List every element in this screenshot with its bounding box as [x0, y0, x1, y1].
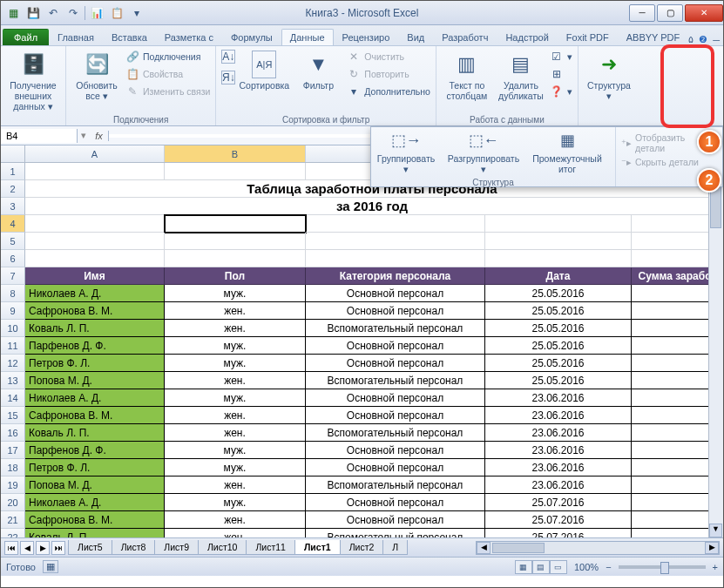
- cell[interactable]: муж.: [165, 494, 306, 511]
- text-to-columns-button[interactable]: ▥ Текст по столбцам: [442, 49, 492, 103]
- group-button[interactable]: ⬚→ Группировать ▾: [371, 127, 441, 176]
- row-header[interactable]: 14: [1, 389, 25, 407]
- cell[interactable]: Коваль Л. П.: [25, 424, 165, 442]
- cell[interactable]: муж.: [165, 355, 306, 372]
- row-header[interactable]: 3: [1, 198, 25, 215]
- cell[interactable]: 23.06.2016: [485, 389, 632, 407]
- row-header[interactable]: 8: [1, 285, 25, 302]
- cell[interactable]: Николаев А. Д.: [25, 389, 165, 407]
- cell[interactable]: Основной персонал: [306, 302, 485, 320]
- cell[interactable]: 1: [632, 511, 719, 529]
- sheet-nav-prev[interactable]: ◀: [20, 541, 34, 555]
- structure-button[interactable]: ➜ Структура ▾: [584, 49, 634, 103]
- hscroll-thumb[interactable]: [492, 543, 545, 553]
- maximize-button[interactable]: ▢: [657, 4, 683, 22]
- row-header[interactable]: 9: [1, 302, 25, 320]
- cell[interactable]: Основной персонал: [306, 337, 485, 355]
- undo-button[interactable]: ↶: [44, 4, 62, 22]
- cell[interactable]: 23.06.2016: [485, 442, 632, 459]
- row-header[interactable]: 22: [1, 529, 25, 537]
- reapply-filter-button[interactable]: ↻Повторить: [347, 66, 430, 82]
- cell[interactable]: Основной персонал: [306, 355, 485, 372]
- tab-Foxit PDF[interactable]: Foxit PDF: [558, 29, 618, 45]
- excel-icon[interactable]: ▦: [4, 4, 22, 22]
- tab-Формулы[interactable]: Формулы: [222, 29, 281, 45]
- row-header[interactable]: 21: [1, 511, 25, 529]
- cell[interactable]: 25.05.2016: [485, 302, 632, 320]
- sort-za-button[interactable]: Я↓: [221, 70, 235, 85]
- cell[interactable]: Основной персонал: [306, 285, 485, 302]
- table-header[interactable]: Пол: [165, 267, 306, 285]
- refresh-all-button[interactable]: 🔄 Обновить все ▾: [71, 49, 122, 103]
- view-layout-button[interactable]: ▤: [532, 560, 550, 574]
- cell[interactable]: Вспомогательный персонал: [306, 476, 485, 494]
- cell[interactable]: муж.: [165, 442, 306, 459]
- cell[interactable]: 25.05.2016: [485, 337, 632, 355]
- cell[interactable]: [25, 233, 165, 250]
- fx-button[interactable]: fx: [90, 131, 109, 141]
- tab-Вставка[interactable]: Вставка: [103, 29, 156, 45]
- zoom-out-button[interactable]: −: [606, 562, 611, 572]
- tab-Разметка с[interactable]: Разметка с: [156, 29, 222, 45]
- cell[interactable]: Сафронова В. М.: [25, 511, 165, 529]
- filter-button[interactable]: ▼ Фильтр: [293, 49, 343, 92]
- row-header[interactable]: 11: [1, 337, 25, 355]
- cell[interactable]: Николаев А. Д.: [25, 285, 165, 302]
- cell[interactable]: [485, 215, 632, 233]
- minimize-button[interactable]: ─: [629, 4, 655, 22]
- cell[interactable]: муж.: [165, 285, 306, 302]
- close-button[interactable]: ✕: [685, 4, 723, 22]
- cell[interactable]: [632, 250, 719, 267]
- cell[interactable]: 2: [632, 389, 719, 407]
- cell[interactable]: Коваль Л. П.: [25, 320, 165, 337]
- cell[interactable]: [485, 250, 632, 267]
- cell[interactable]: Вспомогательный персонал: [306, 372, 485, 389]
- clear-filter-button[interactable]: ✕Очистить: [347, 49, 430, 64]
- row-header[interactable]: 13: [1, 372, 25, 389]
- row-header[interactable]: 10: [1, 320, 25, 337]
- sheet-tab[interactable]: Лист9: [154, 540, 199, 555]
- row-header[interactable]: 5: [1, 233, 25, 250]
- cell[interactable]: 1: [632, 459, 719, 476]
- vertical-scrollbar[interactable]: ▲ ▼: [708, 144, 723, 537]
- cell[interactable]: 9: [632, 372, 719, 389]
- cell[interactable]: [306, 250, 485, 267]
- table-header[interactable]: Сумма зарабо: [632, 267, 719, 285]
- cell[interactable]: муж.: [165, 459, 306, 476]
- sheet-tab[interactable]: Лист2: [340, 540, 384, 555]
- row-header[interactable]: 19: [1, 476, 25, 494]
- select-all-corner[interactable]: [1, 145, 25, 162]
- cell[interactable]: [632, 215, 719, 233]
- cell[interactable]: [306, 215, 485, 233]
- row-header[interactable]: 17: [1, 442, 25, 459]
- zoom-level[interactable]: 100%: [574, 562, 599, 572]
- whatif-button[interactable]: ❓▾: [550, 84, 572, 99]
- cell[interactable]: Основной персонал: [306, 389, 485, 407]
- tab-Разработч[interactable]: Разработч: [433, 29, 497, 45]
- cell[interactable]: жен.: [165, 320, 306, 337]
- sort-button[interactable]: А|Я Сортировка: [239, 49, 289, 92]
- name-box[interactable]: B4: [1, 129, 78, 143]
- sheet-tab[interactable]: Лист10: [198, 540, 247, 555]
- row-header[interactable]: 2: [1, 180, 25, 198]
- cell[interactable]: Основной персонал: [306, 494, 485, 511]
- sheet-tab[interactable]: Лист5: [68, 540, 112, 555]
- tab-file[interactable]: Файл: [3, 29, 49, 45]
- cell[interactable]: Вспомогательный персонал: [306, 320, 485, 337]
- tab-Рецензиро[interactable]: Рецензиро: [334, 29, 399, 45]
- cell[interactable]: [25, 215, 165, 233]
- edit-links-button[interactable]: ✎Изменить связи: [125, 84, 210, 99]
- row-header[interactable]: 1: [1, 163, 25, 180]
- tab-Надстрой[interactable]: Надстрой: [497, 29, 557, 45]
- cell[interactable]: Основной персонал: [306, 459, 485, 476]
- subtotal-button[interactable]: ▦ Промежуточный итог: [526, 127, 608, 176]
- cell[interactable]: Основной персонал: [306, 442, 485, 459]
- cell[interactable]: жен.: [165, 372, 306, 389]
- ribbon-minimize-icon[interactable]: ۵: [688, 34, 694, 45]
- cell[interactable]: Попова М. Д.: [25, 476, 165, 494]
- cell[interactable]: жен.: [165, 407, 306, 424]
- qat-ext-button-2[interactable]: 📋: [108, 4, 125, 22]
- sheet-nav-next[interactable]: ▶: [36, 541, 50, 555]
- sheet-tab[interactable]: Лист8: [112, 540, 156, 555]
- tab-ABBYY PDF[interactable]: ABBYY PDF: [618, 29, 689, 45]
